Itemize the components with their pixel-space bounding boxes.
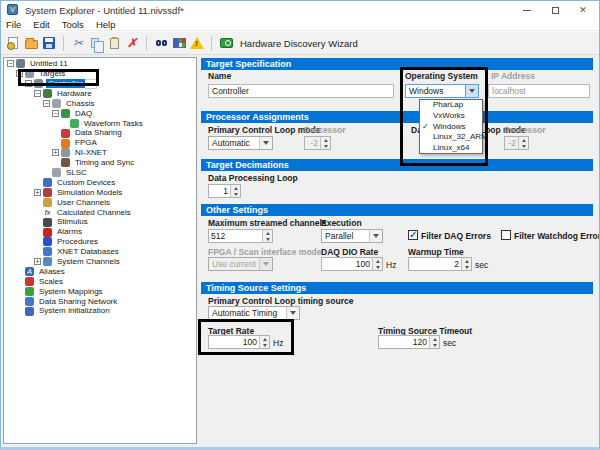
expand-icon[interactable]: + [52,149,59,156]
daq-dio-rate-stepper[interactable]: 100 [321,257,383,271]
spinner-arrows-icon[interactable] [372,258,382,270]
tree-item-ni-xnet[interactable]: +NI-XNET [4,148,196,158]
menu-tools[interactable]: Tools [62,19,91,30]
collapse-icon[interactable]: − [43,100,50,107]
data-processing-loop-label: Data Processing Loop [208,173,298,183]
targets-icon [25,69,34,78]
tree-item-untitled-11[interactable]: −Untitled 11 [4,59,196,69]
copy-button[interactable] [89,36,103,50]
tree-item-slsc[interactable]: SLSC [4,168,196,178]
rename-edit-field[interactable] [85,79,97,89]
tree-item-alarms[interactable]: Alarms [4,227,196,237]
tree-item-calculated-channels[interactable]: fxCalculated Channels [4,207,196,217]
spinner-arrows-icon[interactable] [259,336,269,348]
chevron-down-icon[interactable] [286,307,299,319]
collapse-icon[interactable]: − [34,90,41,97]
tree-item-user-channels[interactable]: User Channels [4,197,196,207]
timing-source-timeout-stepper[interactable]: 120 [378,335,440,349]
tree-item-system-mappings[interactable]: System Mappings [4,286,196,296]
menu-file[interactable]: File [6,19,28,30]
execution-select[interactable]: Parallel [321,229,383,243]
spinner-arrows-icon[interactable] [461,258,471,270]
find-button[interactable] [154,36,168,50]
filter-watchdog-errors-checkbox[interactable] [501,230,511,240]
primary-control-loop-mode-select[interactable]: Automatic [208,136,273,150]
system-icon [16,59,25,68]
timing-source-timeout-unit: sec [443,338,456,348]
tree-item-scales[interactable]: Scales [4,277,196,287]
tree-item-xnet-databases[interactable]: XNET Databases [4,247,196,257]
tree-item-data-sharing[interactable]: Data Sharing [4,128,196,138]
spinner-arrows-icon[interactable] [262,230,272,242]
menu-edit[interactable]: Edit [33,19,56,30]
minimize-button[interactable] [513,1,541,19]
tree-item-procedures[interactable]: Procedures [4,237,196,247]
os-option-windows[interactable]: ✓Windows [420,122,482,133]
operating-system-select[interactable]: Windows [405,84,479,98]
channel-table-button[interactable] [172,36,186,50]
filter-daq-errors-label[interactable]: Filter DAQ Errors [421,231,491,241]
tree-item-controller[interactable]: −Controller [4,79,196,89]
collapse-icon[interactable]: − [16,70,23,77]
tree-item-fpga[interactable]: FPGA [4,138,196,148]
tree-item-custom-devices[interactable]: Custom Devices [4,178,196,188]
hardware-discovery-wizard-icon [220,38,233,48]
expand-icon[interactable]: + [34,189,41,196]
os-option-pharlap[interactable]: PharLap [420,100,482,111]
tree-item-waveform-tasks[interactable]: Waveform Tasks [4,118,196,128]
filter-daq-errors-checkbox[interactable] [408,230,418,240]
warmup-time-stepper[interactable]: 2 [408,257,472,271]
hardware-discovery-wizard-button[interactable] [219,36,233,50]
spinner-arrows-icon[interactable] [429,336,439,348]
os-option-linux-x64[interactable]: Linux_x64 [420,143,482,154]
close-button[interactable]: ✕ [569,1,597,19]
tree-item-targets[interactable]: −Targets [4,69,196,79]
tree-item-data-sharing-network[interactable]: Data Sharing Network [4,296,196,306]
tree-item-system-initialization[interactable]: System Initialization [4,306,196,316]
tree-item-timing-and-sync[interactable]: Timing and Sync [4,158,196,168]
maximum-streamed-channels-stepper[interactable]: 512 [208,229,273,243]
tree-item-aliases[interactable]: AAliases [4,267,196,277]
warning-icon [190,37,204,49]
collapse-icon[interactable]: − [52,110,59,117]
tree-item-label: Procedures [55,237,100,247]
tree-item-daq[interactable]: −DAQ [4,108,196,118]
paste-button[interactable] [107,36,121,50]
controller-icon [34,79,43,88]
collapse-icon[interactable]: − [7,60,14,67]
filter-watchdog-errors-label[interactable]: Filter Watchdog Errors [514,231,600,241]
name-label: Name [208,71,231,81]
chevron-down-icon[interactable] [369,230,382,242]
menu-help[interactable]: Help [96,19,123,30]
expand-icon[interactable]: + [34,258,41,265]
chevron-down-icon[interactable] [259,137,272,149]
name-input[interactable]: Controller [208,84,394,98]
daq-dio-rate-unit: Hz [386,260,396,270]
warnings-button[interactable] [190,36,204,50]
save-button[interactable] [42,36,56,50]
target-rate-stepper[interactable]: 100 [208,335,270,349]
tree-item-hardware[interactable]: −Hardware [4,89,196,99]
tree-item-label: Simulation Models [55,188,124,198]
new-file-button[interactable] [6,36,20,50]
find-icon [156,40,167,46]
tree-item-system-channels[interactable]: +System Channels [4,257,196,267]
tree-item-simulation-models[interactable]: +Simulation Models [4,188,196,198]
checkmark-icon: ✓ [422,122,429,133]
data-processing-loop-stepper[interactable]: 1 [208,184,241,198]
fpga-icon [61,139,70,148]
timing-source-select[interactable]: Automatic Timing [208,306,300,320]
maximize-button[interactable] [541,1,569,19]
open-file-button[interactable] [24,36,38,50]
tree-item-stimulus[interactable]: Stimulus [4,217,196,227]
tree-item-chassis[interactable]: −Chassis [4,99,196,109]
cut-button[interactable]: ✂ [71,36,85,50]
hardware-discovery-wizard-label[interactable]: Hardware Discovery Wizard [240,38,358,49]
delete-button[interactable]: ✗ [125,36,139,50]
collapse-icon[interactable]: − [25,80,32,87]
chevron-down-icon[interactable] [465,85,478,97]
tree-item-label: System Channels [55,257,122,267]
os-option-vxworks[interactable]: VxWorks [420,111,482,122]
spinner-arrows-icon[interactable] [230,185,240,197]
os-option-linux-32-arm[interactable]: Linux_32_ARM [420,132,482,143]
